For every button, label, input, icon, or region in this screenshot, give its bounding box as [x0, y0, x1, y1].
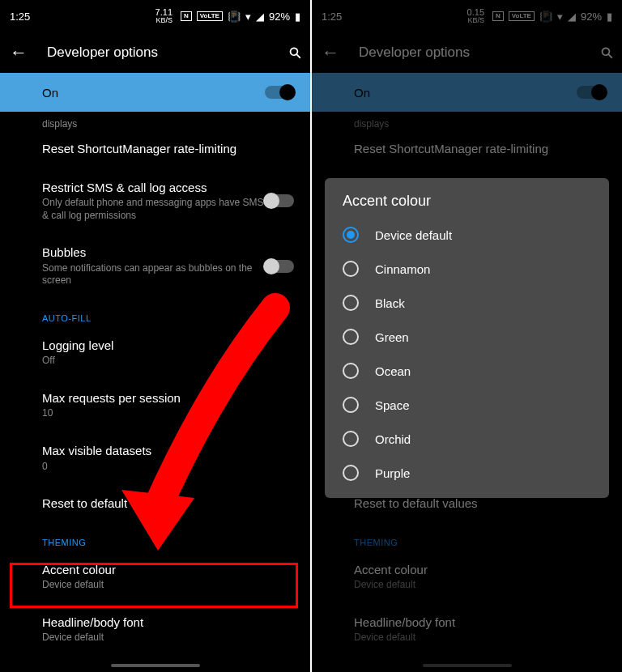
- vibrate-icon: 📳: [539, 11, 552, 23]
- master-toggle-label: On: [42, 86, 58, 100]
- accent-colour-row[interactable]: Accent colour Device default: [42, 551, 310, 603]
- trailing-subtitle: displays: [312, 112, 622, 130]
- radio-icon: [343, 465, 359, 481]
- search-icon[interactable]: ⚲: [284, 42, 305, 63]
- reset-to-default-row[interactable]: Reset to default: [42, 484, 310, 523]
- battery-percent: 92%: [269, 11, 290, 23]
- wifi-icon: ▾: [245, 11, 251, 23]
- master-toggle-bar[interactable]: On: [312, 73, 622, 112]
- vibrate-icon: 📳: [228, 11, 241, 23]
- master-toggle-label: On: [354, 86, 370, 100]
- autofill-section: AUTO-FILL: [42, 299, 310, 326]
- back-icon[interactable]: ←: [322, 42, 339, 63]
- option-device-default[interactable]: Device default: [331, 218, 603, 252]
- radio-icon: [343, 431, 359, 447]
- nfc-icon: N: [181, 11, 192, 21]
- battery-percent: 92%: [581, 11, 602, 23]
- option-black[interactable]: Black: [331, 286, 603, 320]
- phone-left: 1:25 7.11KB/S N VoLTE 📳 ▾ ◢ 92% ▮ ← Deve…: [0, 0, 310, 672]
- bubbles-row[interactable]: Bubbles Some notifications can appear as…: [42, 233, 310, 299]
- back-icon[interactable]: ←: [10, 42, 28, 63]
- option-cinnamon[interactable]: Cinnamon: [331, 252, 603, 286]
- theming-section: THEMING: [354, 523, 622, 551]
- statusbar: 1:25 7.11KB/S N VoLTE 📳 ▾ ◢ 92% ▮: [0, 0, 310, 32]
- page-title: Developer options: [47, 45, 270, 61]
- radio-icon: [343, 363, 359, 379]
- search-icon[interactable]: ⚲: [596, 42, 617, 63]
- battery-icon: ▮: [607, 11, 612, 23]
- radio-icon: [343, 329, 359, 345]
- radio-icon: [343, 397, 359, 413]
- dialog-title: Accent colour: [331, 193, 603, 218]
- option-green[interactable]: Green: [331, 320, 603, 354]
- radio-icon: [343, 261, 359, 277]
- network-speed: 7.11KB/S: [156, 8, 173, 24]
- signal-icon: ◢: [256, 11, 264, 23]
- option-ocean[interactable]: Ocean: [331, 354, 603, 388]
- reset-shortcutmanager-row[interactable]: Reset ShortcutManager rate-limiting: [354, 130, 622, 168]
- statusbar: 1:25 0.15KB/S N VoLTE 📳 ▾ ◢ 92% ▮: [312, 0, 622, 32]
- volte-icon: VoLTE: [509, 11, 535, 21]
- battery-icon: ▮: [295, 11, 300, 23]
- trailing-subtitle: displays: [0, 112, 310, 130]
- restrict-sms-toggle[interactable]: [265, 194, 294, 207]
- max-visible-datasets-row[interactable]: Max visible datasets 0: [42, 432, 310, 484]
- nav-pill[interactable]: [111, 664, 200, 667]
- network-speed: 0.15KB/S: [467, 8, 484, 24]
- header: ← Developer options ⚲: [312, 32, 622, 73]
- theming-section: THEMING: [42, 523, 310, 551]
- status-time: 1:25: [322, 11, 342, 23]
- restrict-sms-row[interactable]: Restrict SMS & call log access Only defa…: [42, 168, 310, 234]
- accent-colour-dialog: Accent colour Device default Cinnamon Bl…: [325, 178, 609, 498]
- max-requests-row[interactable]: Max requests per session 10: [42, 379, 310, 432]
- headline-font-row[interactable]: Headline/body font Device default: [42, 603, 310, 656]
- option-orchid[interactable]: Orchid: [331, 422, 603, 456]
- reset-shortcutmanager-row[interactable]: Reset ShortcutManager rate-limiting: [42, 130, 310, 168]
- wifi-icon: ▾: [557, 11, 563, 23]
- master-toggle-bar[interactable]: On: [0, 73, 310, 112]
- signal-icon: ◢: [568, 11, 576, 23]
- radio-icon: [343, 227, 359, 243]
- nav-pill[interactable]: [423, 664, 512, 667]
- bubbles-toggle[interactable]: [265, 260, 294, 273]
- nfc-icon: N: [492, 11, 504, 21]
- header: ← Developer options ⚲: [0, 32, 310, 73]
- headline-font-row[interactable]: Headline/body font Device default: [354, 603, 622, 656]
- phone-right: 1:25 0.15KB/S N VoLTE 📳 ▾ ◢ 92% ▮ ← Deve…: [312, 0, 622, 672]
- logging-level-row[interactable]: Logging level Off: [42, 326, 310, 379]
- page-title: Developer options: [359, 45, 582, 61]
- radio-icon: [343, 295, 359, 311]
- accent-colour-row[interactable]: Accent colour Device default: [354, 551, 622, 603]
- master-toggle[interactable]: [265, 86, 294, 99]
- volte-icon: VoLTE: [197, 11, 223, 21]
- option-purple[interactable]: Purple: [331, 456, 603, 490]
- status-time: 1:25: [10, 11, 30, 23]
- option-space[interactable]: Space: [331, 388, 603, 422]
- master-toggle[interactable]: [577, 86, 606, 99]
